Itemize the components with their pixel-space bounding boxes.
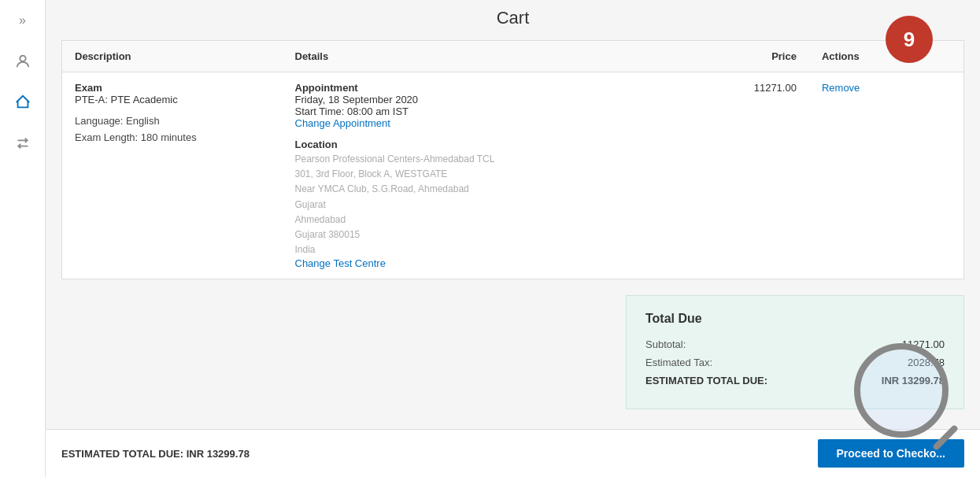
addr-line-6: Gujarat 380015: [295, 229, 361, 240]
total-title: Total Due: [645, 312, 945, 326]
length-label: Exam Length:: [75, 131, 138, 143]
magnifier-handle: [932, 424, 959, 451]
start-time-label: Start Time:: [295, 105, 345, 117]
table-row: Exam PTE-A: PTE Academic Language: Engli…: [62, 72, 964, 279]
total-section: Total Due Subtotal: 11271.00 Estimated T…: [61, 295, 964, 409]
home-icon[interactable]: [10, 90, 35, 115]
length-value: 180 minutes: [141, 131, 197, 143]
subtotal-label: Subtotal:: [645, 338, 686, 350]
language-value: English: [126, 115, 160, 127]
profile-icon[interactable]: [10, 49, 35, 74]
exam-sub: PTE-A: PTE Academic: [75, 94, 270, 105]
description-cell: Exam PTE-A: PTE Academic Language: Engli…: [62, 72, 283, 279]
main-content: Cart Description Details Price Actions E…: [46, 0, 980, 477]
appointment-section: Appointment Friday, 18 September 2020 St…: [295, 82, 632, 129]
magnifier-circle: [854, 343, 949, 438]
expand-icon[interactable]: »: [10, 8, 35, 33]
language-label: Language:: [75, 115, 123, 127]
cart-table: Description Details Price Actions Exam P…: [61, 40, 964, 279]
svg-point-0: [20, 56, 25, 61]
addr-line-7: India: [295, 244, 316, 255]
start-time-value: 08:00 am IST: [347, 105, 409, 117]
change-appointment-link[interactable]: Change Appointment: [295, 117, 390, 129]
location-section: Location Pearson Professional Centers-Ah…: [295, 139, 632, 269]
addr-line-5: Ahmedabad: [295, 214, 346, 225]
addr-line-4: Gujarat: [295, 199, 326, 210]
col-header-description: Description: [62, 41, 283, 72]
magnifier-overlay: [854, 343, 964, 453]
actions-cell: Remove: [809, 72, 964, 279]
bottom-bar: ESTIMATED TOTAL DUE: INR 13299.78 Procee…: [46, 429, 980, 477]
bottom-total-text: ESTIMATED TOTAL DUE: INR 13299.78: [61, 448, 250, 460]
details-cell: Appointment Friday, 18 September 2020 St…: [283, 72, 645, 279]
addr-line-3: Near YMCA Club, S.G.Road, Ahmedabad: [295, 183, 469, 194]
tax-label: Estimated Tax:: [645, 357, 712, 368]
price-cell: 11271.00: [645, 72, 809, 279]
col-header-details: Details: [283, 41, 645, 72]
exam-name: Exam: [75, 82, 270, 94]
grand-total-label: ESTIMATED TOTAL DUE:: [645, 375, 767, 386]
sidebar: »: [0, 0, 46, 477]
page-title: Cart: [61, 8, 964, 28]
exam-meta: Language: English Exam Length: 180 minut…: [75, 113, 270, 146]
appointment-date: Friday, 18 September 2020: [295, 94, 419, 105]
location-address: Pearson Professional Centers-Ahmedabad T…: [295, 152, 632, 257]
col-header-price: Price: [645, 41, 809, 72]
badge-value: 9: [904, 28, 915, 52]
appointment-label: Appointment: [295, 82, 358, 94]
change-test-centre-link[interactable]: Change Test Centre: [295, 257, 386, 269]
addr-line-2: 301, 3rd Floor, Block A, WESTGATE: [295, 168, 448, 179]
addr-line-1: Pearson Professional Centers-Ahmedabad T…: [295, 153, 495, 165]
transfer-icon[interactable]: [10, 131, 35, 156]
remove-link[interactable]: Remove: [822, 82, 860, 94]
badge: 9: [886, 16, 933, 63]
location-label: Location: [295, 139, 338, 150]
